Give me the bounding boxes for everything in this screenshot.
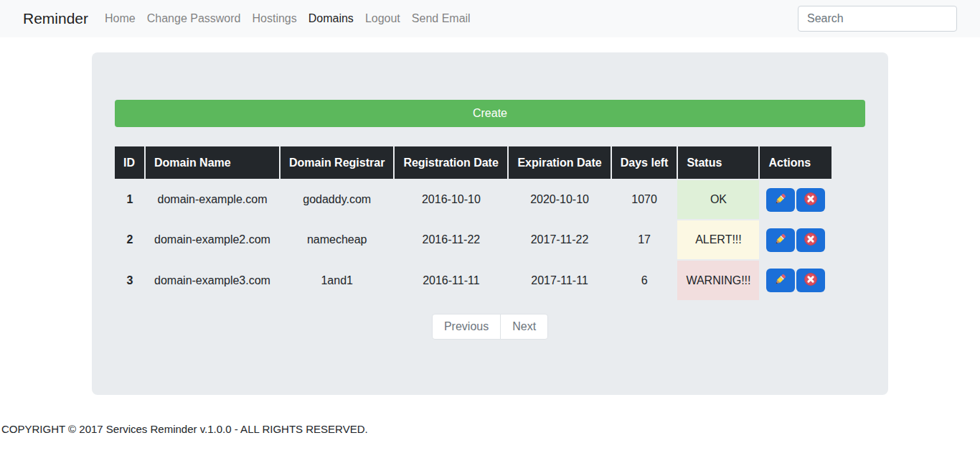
cell-domain-name: domain-example2.com <box>145 220 280 260</box>
cell-actions <box>759 220 831 260</box>
nav-item-hostings[interactable]: Hostings <box>252 12 296 25</box>
cell-expiration-date: 2017-11-22 <box>508 220 611 260</box>
edit-button[interactable] <box>766 269 795 292</box>
edit-button[interactable] <box>766 228 795 252</box>
header-expiration-date: Expiration Date <box>508 146 611 179</box>
header-days-left: Days left <box>611 146 678 179</box>
edit-button[interactable] <box>766 188 795 212</box>
header-domain-name: Domain Name <box>145 146 280 179</box>
cell-registration-date: 2016-11-22 <box>394 220 508 260</box>
status-badge: OK <box>677 179 759 220</box>
header-status: Status <box>677 146 759 179</box>
cell-days-left: 17 <box>611 220 678 260</box>
cell-days-left: 1070 <box>611 179 678 220</box>
domains-card: Create ID Domain Name Domain Registrar R… <box>92 52 888 395</box>
cell-registration-date: 2016-11-11 <box>394 260 508 300</box>
cell-id: 1 <box>115 179 145 220</box>
previous-page-button[interactable]: Previous <box>432 314 501 340</box>
pagination: Previous Next <box>115 314 865 340</box>
search-input[interactable] <box>798 6 957 32</box>
delete-button[interactable] <box>796 188 825 212</box>
pencil-edit-icon <box>773 192 788 208</box>
cell-registration-date: 2016-10-10 <box>394 179 508 220</box>
table-row: 3 domain-example3.com 1and1 2016-11-11 2… <box>115 260 831 300</box>
copyright-footer: COPYRIGHT © 2017 Services Reminder v.1.0… <box>0 423 980 435</box>
next-page-button[interactable]: Next <box>500 314 548 340</box>
domains-table: ID Domain Name Domain Registrar Registra… <box>115 146 831 300</box>
cell-domain-name: domain-example3.com <box>145 260 280 300</box>
table-header-row: ID Domain Name Domain Registrar Registra… <box>115 146 831 179</box>
header-id: ID <box>115 146 145 179</box>
x-circle-delete-icon <box>804 192 818 208</box>
header-actions: Actions <box>759 146 831 179</box>
cell-domain-name: domain-example.com <box>145 179 280 220</box>
cell-actions <box>759 260 831 300</box>
cell-expiration-date: 2020-10-10 <box>508 179 611 220</box>
delete-button[interactable] <box>796 269 825 292</box>
nav-item-logout[interactable]: Logout <box>365 12 400 25</box>
cell-actions <box>759 179 831 220</box>
nav-item-change-password[interactable]: Change Password <box>147 12 241 25</box>
header-domain-registrar: Domain Registrar <box>280 146 394 179</box>
x-circle-delete-icon <box>804 232 818 248</box>
delete-button[interactable] <box>796 228 825 252</box>
status-badge: WARNING!!! <box>677 260 759 300</box>
cell-registrar: namecheap <box>280 220 394 260</box>
nav-item-domains[interactable]: Domains <box>308 12 354 25</box>
cell-registrar: 1and1 <box>280 260 394 300</box>
nav-item-send-email[interactable]: Send Email <box>412 12 471 25</box>
cell-id: 2 <box>115 220 145 260</box>
status-badge: ALERT!!! <box>677 220 759 260</box>
cell-registrar: godaddy.com <box>280 179 394 220</box>
table-row: 2 domain-example2.com namecheap 2016-11-… <box>115 220 831 260</box>
header-registration-date: Registration Date <box>394 146 508 179</box>
nav-links: Home Change Password Hostings Domains Lo… <box>105 12 471 25</box>
nav-item-home[interactable]: Home <box>105 12 136 25</box>
pencil-edit-icon <box>773 272 788 289</box>
brand-reminder[interactable]: Reminder <box>23 10 88 27</box>
create-button[interactable]: Create <box>115 100 865 127</box>
x-circle-delete-icon <box>804 272 818 289</box>
table-row: 1 domain-example.com godaddy.com 2016-10… <box>115 179 831 220</box>
pencil-edit-icon <box>773 232 788 248</box>
cell-expiration-date: 2017-11-11 <box>508 260 611 300</box>
cell-id: 3 <box>115 260 145 300</box>
top-navbar: Reminder Home Change Password Hostings D… <box>0 0 980 37</box>
cell-days-left: 6 <box>611 260 678 300</box>
